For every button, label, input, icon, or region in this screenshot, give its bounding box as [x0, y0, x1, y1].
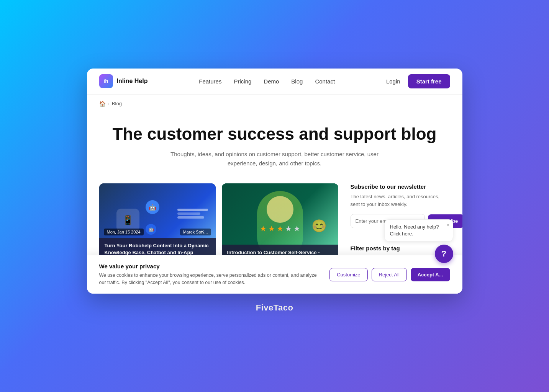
- newsletter-desc: The latest news, articles, and resources…: [351, 193, 450, 208]
- customize-button[interactable]: Customize: [329, 268, 367, 281]
- navbar: ih Inline Help Features Pricing Demo Blo…: [87, 69, 462, 95]
- fivetaco-brand: FiveTaco: [256, 303, 293, 312]
- nav-blog[interactable]: Blog: [291, 78, 303, 85]
- cookie-text: We value your privacy We use cookies to …: [99, 263, 321, 286]
- browser-window: ih Inline Help Features Pricing Demo Blo…: [87, 69, 462, 294]
- nav-contact[interactable]: Contact: [315, 78, 335, 85]
- accept-button[interactable]: Accept A...: [411, 268, 450, 281]
- chat-open-button[interactable]: ?: [435, 245, 453, 263]
- chat-bubble: Hello. Need any help? Click here. ×: [384, 219, 453, 242]
- reject-all-button[interactable]: Reject All: [372, 268, 407, 281]
- hero-section: The customer success and support blog Th…: [87, 113, 462, 184]
- question-icon: ?: [441, 249, 446, 259]
- brand-name: Inline Help: [117, 78, 148, 85]
- breadcrumb-separator: ›: [108, 101, 110, 106]
- nav-features[interactable]: Features: [199, 78, 221, 85]
- chat-close-button[interactable]: ×: [446, 222, 449, 228]
- page-subtitle: Thoughts, ideas, and opinions on custome…: [160, 150, 390, 168]
- brand-logo-icon: ih: [99, 74, 113, 88]
- login-link[interactable]: Login: [386, 78, 400, 85]
- breadcrumb-blog: Blog: [112, 101, 122, 106]
- nav-demo[interactable]: Demo: [264, 78, 279, 85]
- post-1-author: Marek Šotý...: [180, 229, 211, 235]
- breadcrumb: 🏠 › Blog: [87, 95, 462, 113]
- nav-pricing[interactable]: Pricing: [234, 78, 251, 85]
- home-icon[interactable]: 🏠: [99, 101, 106, 107]
- page-title: The customer success and support blog: [102, 124, 447, 144]
- chat-bubble-text: Hello. Need any help? Click here.: [390, 224, 439, 237]
- start-free-button[interactable]: Start free: [408, 74, 450, 88]
- cookie-title: We value your privacy: [99, 263, 321, 270]
- chat-widget: Hello. Need any help? Click here. × ?: [384, 219, 453, 263]
- nav-links: Features Pricing Demo Blog Contact: [163, 78, 371, 85]
- cookie-actions: Customize Reject All Accept A...: [329, 268, 450, 281]
- post-1-date: Mon, Jan 15 2024: [104, 229, 144, 235]
- cookie-desc: We use cookies to enhance your browsing …: [99, 272, 321, 286]
- brand-logo-link[interactable]: ih Inline Help: [99, 74, 148, 88]
- page-footer: FiveTaco: [256, 294, 293, 316]
- newsletter-title: Subscribe to our newsletter: [351, 183, 450, 190]
- nav-actions: Login Start free: [386, 74, 450, 88]
